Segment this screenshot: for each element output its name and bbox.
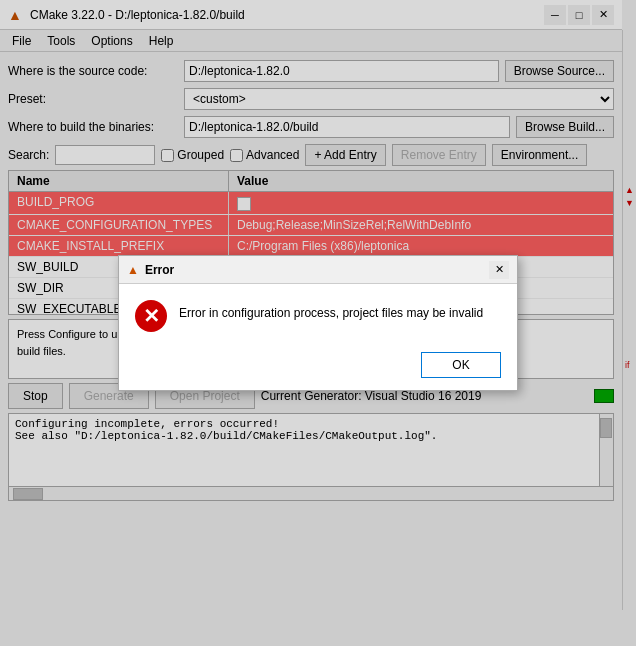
dialog-ok-button[interactable]: OK (421, 352, 501, 378)
dialog-overlay: ▲ Error ✕ ✕ Error in configuration proce… (0, 0, 636, 646)
dialog-message: Error in configuration process, project … (179, 300, 483, 322)
dialog-titlebar: ▲ Error ✕ (119, 256, 517, 284)
dialog-title: Error (145, 263, 174, 277)
error-dialog: ▲ Error ✕ ✕ Error in configuration proce… (118, 255, 518, 391)
dialog-body: ✕ Error in configuration process, projec… (119, 284, 517, 344)
dialog-footer: OK (119, 344, 517, 390)
error-icon: ✕ (135, 300, 167, 332)
dialog-close-button[interactable]: ✕ (489, 261, 509, 279)
dialog-app-icon: ▲ (127, 263, 139, 277)
